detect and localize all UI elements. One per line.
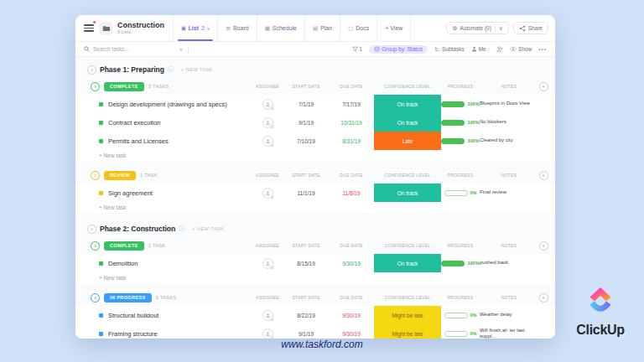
status-badge[interactable]: REVIEW: [104, 171, 136, 180]
notes-cell[interactable]: Final review: [480, 189, 538, 196]
start-date[interactable]: 8/22/19: [283, 313, 329, 318]
start-date[interactable]: 7/1/19: [283, 101, 329, 107]
start-date[interactable]: 9/1/19: [283, 331, 329, 337]
assignee-avatar[interactable]: ⚙: [262, 258, 273, 269]
tab-add-view[interactable]: + View: [377, 15, 411, 41]
collapse-phase-icon[interactable]: ∨: [87, 65, 96, 75]
confidence-cell[interactable]: On track: [374, 184, 441, 202]
column-header-due-date: DUE DATE: [329, 243, 374, 248]
show-button[interactable]: Show: [510, 46, 532, 52]
automate-button[interactable]: ⚙ Automate (0) ∨: [446, 22, 508, 34]
tab-plan[interactable]: ▤ Plan: [304, 15, 340, 41]
collapse-phase-icon[interactable]: ∨: [87, 225, 96, 234]
confidence-cell[interactable]: Late: [374, 132, 441, 150]
confidence-cell[interactable]: On track: [374, 254, 441, 272]
search-input[interactable]: Search tasks... ∨: [84, 46, 183, 52]
new-task-row[interactable]: + New task: [75, 272, 555, 283]
due-date[interactable]: 9/30/19: [329, 313, 374, 318]
assignee-avatar[interactable]: ⚙: [262, 99, 273, 110]
collapse-group-icon[interactable]: ∨: [91, 171, 100, 180]
due-date[interactable]: 7/17/19: [329, 101, 374, 107]
phase-2-header: ∨ Phase 2: Construction ⓘ + NEW TASK: [87, 223, 555, 235]
hamburger-menu-icon[interactable]: [84, 23, 94, 34]
table-row[interactable]: Framing structure ⚙ 9/1/19 9/30/19 Might…: [75, 324, 555, 339]
progress-cell: 100%: [441, 101, 480, 107]
table-row[interactable]: Demolition ⚙ 8/15/19 9/30/19 On track 10…: [75, 254, 555, 272]
column-header-notes: NOTES: [480, 84, 538, 89]
due-date[interactable]: 9/30/19: [329, 261, 374, 266]
due-date[interactable]: 8/31/19: [329, 138, 374, 144]
start-date[interactable]: 7/10/19: [283, 138, 329, 144]
new-task-link[interactable]: + NEW TASK: [181, 67, 213, 72]
group-header: ∨ COMPLETE 1 TASK ASSIGNEE START DATE DU…: [75, 238, 555, 253]
header-bar: Construction 3 Lists ≣ List 2 ∨ ⊞ Board …: [75, 15, 555, 42]
assignee-avatar[interactable]: ⚙: [262, 328, 273, 339]
tab-docs[interactable]: ▢ Docs: [340, 15, 377, 41]
gear-icon: ⚙: [270, 318, 273, 322]
status-badge[interactable]: COMPLETE: [104, 241, 144, 251]
due-date[interactable]: 9/30/19: [329, 331, 374, 337]
confidence-cell[interactable]: On track: [374, 113, 441, 132]
confidence-cell[interactable]: On track: [374, 95, 441, 113]
group-by-button[interactable]: Group by: Status: [369, 45, 428, 54]
add-column-button[interactable]: +: [539, 293, 548, 303]
notes-cell[interactable]: Blueprint in Docs View: [480, 101, 538, 107]
table-row[interactable]: Sign agreement ⚙ 11/1/19 11/8/19 On trac…: [75, 184, 555, 202]
add-column-button[interactable]: +: [539, 82, 548, 91]
info-icon: ⓘ: [179, 225, 184, 233]
start-date[interactable]: 9/1/19: [283, 120, 329, 126]
start-date[interactable]: 11/1/19: [283, 190, 329, 196]
table-row[interactable]: Design development (drawings and specs) …: [75, 95, 555, 113]
filter-button[interactable]: 1: [352, 46, 363, 52]
search-placeholder: Search tasks...: [93, 46, 129, 52]
assignee-avatar[interactable]: ⚙: [262, 188, 273, 199]
status-badge[interactable]: IN PROGRESS: [104, 293, 152, 303]
new-task-link[interactable]: + NEW TASK: [192, 226, 224, 231]
start-date[interactable]: 8/15/19: [283, 261, 329, 266]
notes-cell[interactable]: No blockers: [480, 119, 538, 126]
assignee-avatar[interactable]: ⚙: [262, 117, 273, 128]
clickup-wordmark: ClickUp: [557, 323, 644, 338]
due-date[interactable]: 10/31/19: [329, 120, 374, 126]
add-column-button[interactable]: +: [539, 171, 548, 180]
subtasks-button[interactable]: Subtasks: [434, 46, 465, 52]
column-header-progress: PROGRESS: [441, 173, 480, 178]
tab-board[interactable]: ⊞ Board: [217, 15, 256, 41]
person-add-icon: [496, 46, 503, 52]
gear-icon: ⚙: [270, 195, 273, 199]
notes-cell[interactable]: Will finish af- ter last suppl...: [480, 328, 538, 339]
assignee-avatar[interactable]: ⚙: [262, 310, 273, 321]
tab-list[interactable]: ≣ List 2 ∨: [173, 15, 217, 41]
column-header-start-date: START DATE: [283, 84, 329, 89]
collapse-group-icon[interactable]: ∨: [91, 82, 100, 91]
column-header-confidence: CONFIDENCE LEVEL: [374, 173, 441, 178]
notes-cell[interactable]: Weather delay: [480, 312, 538, 318]
new-task-row[interactable]: + New task: [75, 202, 555, 213]
table-row[interactable]: Contract execution ⚙ 9/1/19 10/31/19 On …: [75, 113, 555, 132]
notes-cell[interactable]: pushed back: [480, 260, 538, 266]
phase-title: Phase 2: Construction: [100, 225, 175, 233]
status-badge[interactable]: COMPLETE: [104, 82, 144, 91]
app-window: Construction 3 Lists ≣ List 2 ∨ ⊞ Board …: [75, 15, 555, 339]
notes-cell[interactable]: Cleared by city: [480, 137, 538, 144]
table-row[interactable]: Structural buildout ⚙ 8/22/19 9/30/19 Mi…: [75, 306, 555, 324]
due-date[interactable]: 11/8/19: [329, 190, 374, 196]
confidence-cell[interactable]: Might be late: [374, 306, 441, 324]
progress-bar: [444, 313, 468, 318]
progress-bar: [441, 101, 465, 107]
table-row[interactable]: Permits and Licenses ⚙ 7/10/19 8/31/19 L…: [75, 132, 555, 150]
me-filter-button[interactable]: Me ·: [471, 46, 490, 52]
share-button[interactable]: Share: [513, 22, 548, 34]
column-header-assignee: ASSIGNEE: [252, 84, 283, 89]
assignee-avatar[interactable]: ⚙: [262, 136, 273, 147]
confidence-cell[interactable]: Might be late: [374, 324, 441, 339]
group-by-icon: [374, 46, 380, 52]
collapse-group-icon[interactable]: ∨: [91, 241, 100, 251]
collapse-group-icon[interactable]: ∨: [91, 293, 100, 303]
new-task-row[interactable]: + New task: [75, 150, 555, 161]
assignees-button[interactable]: [496, 46, 503, 52]
filter-count: 1: [360, 46, 363, 52]
tab-schedule[interactable]: ▦ Schedule: [257, 15, 304, 41]
add-column-button[interactable]: +: [539, 241, 548, 251]
more-options-button[interactable]: •••: [538, 46, 547, 52]
